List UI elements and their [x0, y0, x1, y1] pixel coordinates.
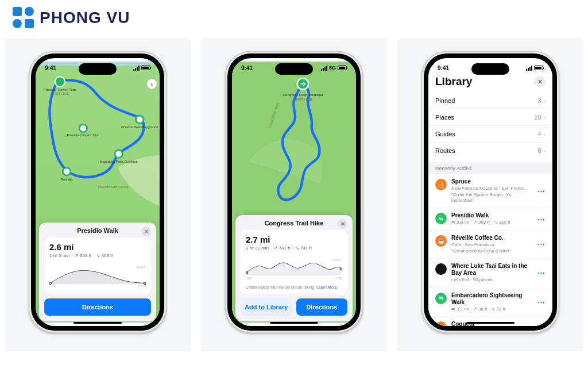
- list-item[interactable]: Where Luke Tsai Eats in the Bay AreaLet'…: [428, 259, 552, 288]
- svg-point-2: [136, 116, 144, 124]
- item-subtitle: Let's Eat · 50 places: [451, 277, 533, 283]
- item-title: Réveille Coffee Co.: [451, 235, 533, 241]
- item-icon: ⇆: [435, 293, 447, 304]
- item-title: Presidio Walk: [451, 212, 533, 219]
- more-icon[interactable]: ⋯: [537, 240, 546, 248]
- sheet-title: Presidio Walk: [77, 227, 118, 234]
- svg-text:0 MI: 0 MI: [51, 284, 56, 288]
- category-routes[interactable]: Routes6›: [428, 143, 552, 159]
- list-item[interactable]: ⇆Presidio Walk⇆ 2.6 mi · ↗ 368 ft · ↘ 36…: [428, 208, 552, 230]
- route-card: 2.7 mi 1 hr 23 min· ↗ 741 ft· ↘ 741 ft 7…: [241, 230, 347, 294]
- item-icon: [435, 263, 447, 275]
- item-icon: ☕: [435, 235, 447, 247]
- section-header: Recently Added: [428, 162, 552, 174]
- svg-text:400 FT: 400 FT: [137, 266, 146, 269]
- brand-logo-icon: [13, 7, 34, 28]
- phone-2: 9:41 5G Congress Loop Trailhead START / …: [225, 51, 363, 333]
- panel-2: 9:41 5G Congress Loop Trailhead START / …: [201, 39, 387, 351]
- library-items: 🍴SpruceNew American Cuisine · San Franci…: [428, 174, 552, 326]
- svg-text:START / END: START / END: [293, 98, 312, 101]
- more-icon[interactable]: ⋯: [537, 215, 546, 224]
- directions-button[interactable]: Directions: [44, 298, 151, 316]
- brand-header: PHONG VU: [0, 0, 588, 39]
- battery-icon: [141, 66, 150, 70]
- sheet-title: Congress Trail Hike: [265, 220, 324, 227]
- dynamic-island: [275, 63, 313, 75]
- phone-3: 9:41 Library ✕ Pinned3› Places20› Guides…: [421, 51, 559, 333]
- svg-text:2.7MI: 2.7MI: [335, 277, 342, 280]
- elevation-chart: 7,100FT 6,800FT 0MI 2.7MI: [246, 255, 342, 282]
- svg-text:Presidio Officers' Club: Presidio Officers' Club: [67, 133, 100, 137]
- showcase-row: 9:41 Presidio Tunn: [0, 39, 588, 351]
- dynamic-island: [471, 63, 509, 75]
- directions-button[interactable]: Directions: [296, 298, 348, 316]
- more-icon[interactable]: ⋯: [537, 298, 546, 306]
- item-quote: "Order the Spruce Burger. It's incredibl…: [451, 192, 533, 204]
- close-icon[interactable]: ✕: [338, 219, 347, 229]
- svg-text:2.6 MI: 2.6 MI: [138, 284, 146, 288]
- panel-3: 9:41 Library ✕ Pinned3› Places20› Guides…: [397, 39, 583, 351]
- list-item[interactable]: ⇆Embarcadero Sightseeing Walk⇆ 3.1 mi · …: [428, 288, 552, 317]
- svg-text:Presidio: Presidio: [61, 178, 73, 181]
- learn-more-link[interactable]: Learn More: [316, 285, 337, 289]
- item-title: Embarcadero Sightseeing Walk: [451, 292, 533, 306]
- route-sheet: Congress Trail Hike ✕ 2.7 mi 1 hr 23 min…: [235, 215, 353, 321]
- status-time: 9:41: [241, 65, 253, 71]
- more-icon[interactable]: ⋯: [537, 269, 546, 277]
- elevation-chart: 400 FT 0 MI 2.6 MI: [49, 263, 146, 289]
- svg-text:Inspiration Point Overlook: Inspiration Point Overlook: [100, 160, 138, 163]
- library-title: Library: [435, 75, 472, 88]
- battery-icon: [338, 66, 347, 70]
- signal-icon: [133, 66, 140, 71]
- category-guides[interactable]: Guides4›: [428, 126, 552, 143]
- svg-point-5: [79, 124, 87, 132]
- close-icon[interactable]: ✕: [534, 76, 546, 87]
- route-sheet: Presidio Walk ✕ 2.6 mi 1 hr 5 min· ↗ 368…: [39, 223, 156, 321]
- item-subtitle: Cafe · San Francisco: [451, 242, 533, 248]
- item-subtitle: New American Cuisine · San Franci…: [451, 186, 533, 191]
- battery-icon: [534, 66, 543, 70]
- item-quote: "Great place to enjoy a latte!": [451, 248, 533, 254]
- svg-text:START / END: START / END: [51, 92, 69, 95]
- list-item[interactable]: ☕Réveille Coffee Co.Cafe · San Francisco…: [428, 231, 552, 259]
- item-icon: 🍴: [435, 321, 447, 326]
- svg-point-4: [63, 168, 71, 176]
- brand-name: PHONG VU: [40, 9, 130, 27]
- item-subtitle: ⇆ 2.6 mi · ↗ 368 ft · ↘ 368 ft: [451, 220, 533, 225]
- item-title: Where Luke Tsai Eats in the Bay Area: [451, 263, 533, 277]
- add-to-library-button[interactable]: Add to Library: [241, 298, 292, 316]
- panel-1: 9:41 Presidio Tunn: [5, 39, 191, 351]
- svg-point-28: [340, 268, 342, 270]
- svg-text:E: E: [150, 82, 153, 86]
- item-title: Spruce: [451, 178, 533, 185]
- route-distance: 2.7 mi: [246, 235, 342, 244]
- close-icon[interactable]: ✕: [141, 227, 151, 236]
- route-meta: 1 hr 5 min· ↗ 368 ft· ↘ 368 ft: [49, 253, 146, 258]
- library-view: Library ✕ Pinned3› Places20› Guides4› Ro…: [428, 58, 552, 326]
- home-indicator[interactable]: [270, 322, 318, 324]
- status-time: 9:41: [45, 65, 56, 71]
- svg-point-3: [115, 150, 123, 158]
- svg-text:Presidio Wall Playground: Presidio Wall Playground: [121, 125, 158, 129]
- item-icon: 🍴: [435, 179, 447, 190]
- list-item[interactable]: 🍴SpruceNew American Cuisine · San Franci…: [428, 174, 552, 208]
- svg-text:0MI: 0MI: [247, 277, 252, 280]
- svg-point-27: [246, 272, 248, 274]
- more-icon[interactable]: ⋯: [537, 187, 546, 195]
- phone-1: 9:41 Presidio Tunn: [29, 51, 167, 333]
- svg-text:Presidio Tunnel Tops: Presidio Tunnel Tops: [43, 87, 76, 91]
- svg-text:Presidio Golf Course: Presidio Golf Course: [98, 185, 128, 189]
- category-pinned[interactable]: Pinned3›: [428, 93, 552, 109]
- more-icon[interactable]: ⋯: [537, 323, 546, 326]
- library-categories: Pinned3› Places20› Guides4› Routes6›: [428, 91, 552, 162]
- category-places[interactable]: Places20›: [428, 109, 552, 126]
- signal-icon: [526, 66, 532, 71]
- status-time: 9:41: [438, 65, 449, 71]
- safety-note: Check safety information before hiking. …: [246, 285, 342, 289]
- home-indicator[interactable]: [74, 322, 122, 324]
- home-indicator[interactable]: [466, 322, 514, 324]
- route-card: 2.6 mi 1 hr 5 min· ↗ 368 ft· ↘ 368 ft 40…: [44, 237, 151, 294]
- item-subtitle: ⇆ 3.1 mi · ↗ 34 ft · ↘ 31 ft: [451, 306, 533, 312]
- route-distance: 2.6 mi: [49, 242, 146, 252]
- svg-text:7,100FT: 7,100FT: [331, 258, 342, 262]
